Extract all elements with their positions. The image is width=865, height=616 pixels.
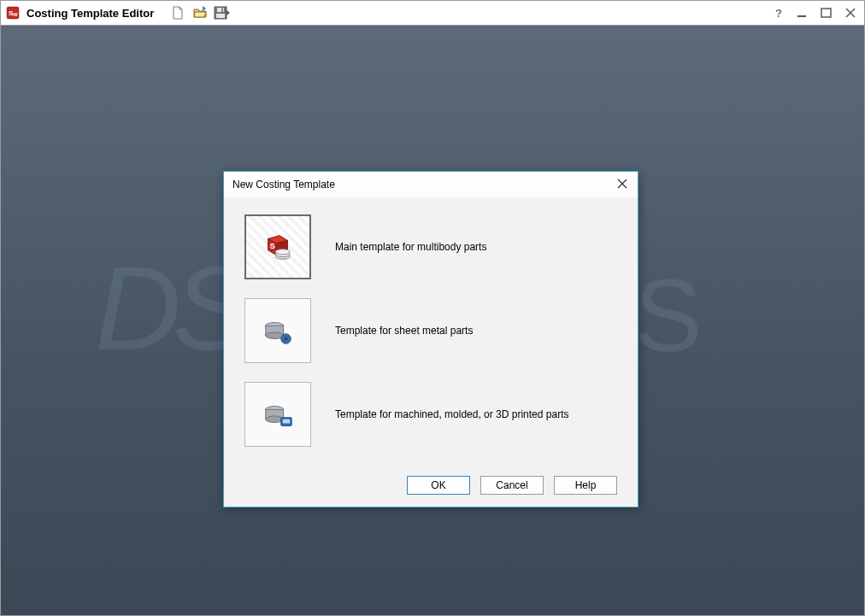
help-button[interactable]: Help [554,476,617,495]
sheetmetal-icon [262,314,294,347]
dialog-close-icon[interactable] [617,179,629,191]
template-option-multibody[interactable]: S Main template for multibody parts [244,214,617,279]
svg-text:W: W [13,12,18,17]
dialog-body: S Main template for multibody parts [224,197,638,507]
template-tile-sheetmetal[interactable] [244,298,311,363]
dialog-buttons: OK Cancel Help [244,466,617,495]
toolbar [169,4,231,21]
close-icon[interactable] [844,6,857,20]
template-tile-multibody[interactable]: S [244,214,311,279]
svg-point-16 [275,249,290,255]
open-icon[interactable] [191,4,209,21]
svg-text:?: ? [775,7,782,19]
save-icon[interactable] [214,4,231,21]
minimize-icon[interactable] [796,6,809,20]
svg-rect-8 [797,15,806,17]
template-option-sheetmetal[interactable]: Template for sheet metal parts [244,298,617,363]
machined-icon [262,398,294,431]
svg-rect-26 [283,419,291,424]
cancel-button[interactable]: Cancel [480,476,544,495]
new-costing-template-dialog: New Costing Template [223,171,638,507]
titlebar: S W Costing Template Editor [1,1,864,25]
template-label-multibody: Main template for multibody parts [335,241,486,253]
new-icon[interactable] [169,4,186,21]
template-tile-machined[interactable] [244,382,311,447]
app-title: Costing Template Editor [26,7,154,20]
ok-button[interactable]: OK [407,476,470,495]
template-label-machined: Template for machined, molded, or 3D pri… [335,408,568,420]
svg-rect-5 [221,8,223,12]
app-window: S W Costing Template Editor [0,0,865,616]
template-option-machined[interactable]: Template for machined, molded, or 3D pri… [244,382,617,447]
window-controls: ? [772,6,859,20]
template-label-sheetmetal: Template for sheet metal parts [335,325,473,337]
svg-rect-6 [216,14,225,18]
client-area: DS RKS New Costing Template [1,25,864,615]
app-icon: S W [6,6,20,20]
dialog-title: New Costing Template [232,179,335,191]
logo-left-fragment: DS [95,239,244,378]
maximize-icon[interactable] [820,6,833,20]
multibody-icon: S [262,231,294,263]
svg-text:S: S [270,241,275,250]
svg-point-21 [285,337,288,341]
dialog-titlebar: New Costing Template [224,172,638,197]
help-icon[interactable]: ? [772,6,786,20]
svg-rect-9 [821,9,831,17]
